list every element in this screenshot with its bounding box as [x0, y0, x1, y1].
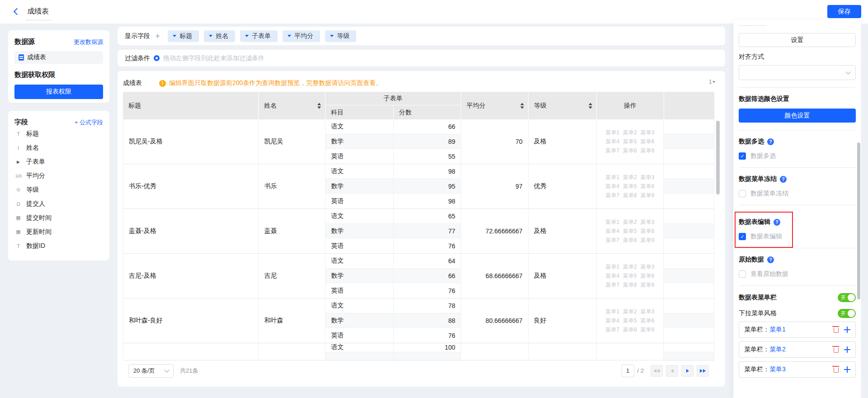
trash-icon[interactable]	[834, 368, 839, 373]
cell-name[interactable]: 凯尼吴	[259, 119, 326, 164]
op-menu-link[interactable]: 菜单9	[641, 281, 655, 289]
multi-select-checkbox-row[interactable]: ✓ 数据多选	[739, 152, 856, 160]
help-icon[interactable]: ?	[780, 176, 787, 183]
chevron-down-icon[interactable]	[288, 35, 291, 37]
field-item-submit-time[interactable]: ▦提交时间	[14, 211, 103, 225]
cell-score[interactable]: 64	[394, 254, 461, 268]
op-menu-link[interactable]: 菜单1	[605, 218, 619, 226]
cell-title[interactable]: 吉尼-及格	[123, 254, 259, 298]
next-page-button[interactable]	[681, 365, 693, 377]
op-menu-link[interactable]: 菜单4	[605, 183, 619, 190]
sort-icon[interactable]	[520, 103, 524, 109]
cell-subject[interactable]: 英语	[326, 283, 394, 298]
cell-score[interactable]: 100	[394, 343, 461, 352]
page-number-input[interactable]: 1	[622, 365, 634, 377]
back-icon[interactable]	[14, 8, 21, 15]
trash-icon[interactable]	[834, 328, 839, 333]
cell-score[interactable]: 66	[394, 269, 461, 283]
cell-score[interactable]: 76	[394, 283, 461, 298]
align-select[interactable]	[739, 65, 856, 80]
color-settings-button[interactable]: 颜色设置	[739, 109, 856, 123]
op-menu-link[interactable]: 菜单8	[623, 192, 637, 199]
menu-bar-item[interactable]: 菜单栏： 菜单1	[739, 322, 856, 338]
cell-score[interactable]: 55	[394, 149, 461, 164]
cell-name[interactable]	[259, 343, 326, 361]
op-menu-link[interactable]: 菜单4	[605, 317, 619, 325]
op-menu-link[interactable]: 菜单7	[605, 281, 619, 289]
field-tag-average[interactable]: 平均分	[283, 30, 320, 42]
op-menu-link[interactable]: 菜单5	[623, 183, 637, 190]
checkbox-unchecked[interactable]	[739, 270, 746, 278]
cell-subject[interactable]: 语文	[326, 119, 394, 134]
cell-name[interactable]: 书乐	[259, 164, 326, 208]
chevron-down-icon[interactable]	[209, 35, 212, 37]
op-menu-link[interactable]: 菜单3	[641, 263, 655, 271]
table-scrollbar[interactable]	[716, 121, 720, 194]
checkbox-unchecked[interactable]	[739, 190, 746, 197]
op-menu-link[interactable]: 菜单9	[641, 192, 655, 199]
op-menu-link[interactable]: 菜单3	[641, 174, 655, 181]
field-tag-title[interactable]: 标题	[168, 30, 199, 42]
menu-freeze-checkbox-row[interactable]: 数据菜单冻结	[739, 190, 856, 198]
cell-subject[interactable]: 数学	[326, 224, 394, 238]
trash-icon[interactable]	[834, 348, 839, 353]
cell-grade[interactable]: 及格	[528, 254, 597, 298]
cell-score[interactable]: 76	[394, 328, 461, 343]
cell-subject[interactable]: 数学	[326, 313, 394, 328]
chevron-down-icon[interactable]	[173, 35, 176, 37]
op-menu-link[interactable]: 菜单5	[623, 138, 637, 146]
chevron-down-icon[interactable]	[245, 35, 249, 37]
op-menu-link[interactable]: 菜单8	[623, 326, 637, 334]
op-menu-link[interactable]: 菜单1	[605, 129, 619, 137]
cell-grade[interactable]: 及格	[528, 209, 597, 253]
field-tag-name[interactable]: 姓名	[204, 30, 235, 42]
sort-order-icon[interactable]: 1	[709, 78, 715, 85]
move-icon[interactable]	[844, 346, 850, 353]
op-menu-link[interactable]: 菜单4	[605, 227, 619, 235]
dropdown-style-toggle[interactable]: 开	[838, 309, 856, 318]
help-icon[interactable]: ?	[767, 138, 774, 145]
op-menu-link[interactable]: 菜单8	[623, 281, 637, 289]
field-item-title[interactable]: T标题	[14, 127, 103, 141]
cell-subject[interactable]: 语文	[326, 343, 394, 352]
cell-subject[interactable]: 数学	[326, 269, 394, 283]
cell-average[interactable]	[461, 343, 528, 361]
field-item-grade[interactable]: ⊙等级	[14, 183, 103, 197]
op-menu-link[interactable]: 菜单8	[623, 237, 637, 244]
cell-grade[interactable]: 良好	[528, 298, 597, 343]
menu-bar-item[interactable]: 菜单栏： 菜单2	[739, 341, 856, 358]
field-tag-subform[interactable]: 子表单	[240, 30, 278, 42]
cell-average[interactable]: 80.66666667	[461, 298, 528, 343]
cell-average[interactable]: 72.66666667	[461, 209, 528, 253]
cell-score[interactable]: 65	[394, 209, 461, 223]
checkbox-checked[interactable]: ✓	[739, 152, 746, 160]
cell-score[interactable]: 78	[394, 298, 461, 313]
cell-title[interactable]: 凯尼吴-及格	[123, 119, 259, 164]
cell-title[interactable]: 书乐-优秀	[123, 164, 259, 208]
cell-name[interactable]: 盖聂	[259, 209, 326, 253]
op-menu-link[interactable]: 菜单4	[605, 272, 619, 280]
op-menu-link[interactable]: 菜单9	[641, 147, 655, 155]
op-menu-link[interactable]: 菜单8	[623, 147, 637, 155]
cell-average[interactable]: 70	[461, 119, 528, 164]
settings-scrollbar[interactable]	[857, 142, 860, 299]
cell-score[interactable]: 66	[394, 119, 461, 134]
cell-subject[interactable]: 语文	[326, 298, 394, 313]
cell-score[interactable]: 76	[394, 238, 461, 253]
cell-grade[interactable]: 优秀	[528, 164, 597, 208]
op-menu-link[interactable]: 菜单7	[605, 326, 619, 334]
cell-grade[interactable]: 及格	[528, 119, 597, 164]
op-menu-link[interactable]: 菜单3	[641, 308, 655, 316]
raw-data-checkbox-row[interactable]: 查看原始数据	[739, 270, 856, 278]
op-menu-link[interactable]: 菜单6	[641, 183, 655, 190]
settings-button[interactable]: 设置	[739, 33, 856, 47]
sort-icon[interactable]	[317, 103, 321, 109]
cell-subject[interactable]: 数学	[326, 179, 394, 194]
field-item-subform[interactable]: ▶子表单	[14, 155, 103, 169]
cell-score[interactable]: 98	[394, 194, 461, 208]
cell-subject[interactable]: 英语	[326, 328, 394, 343]
menu-item-link[interactable]: 菜单1	[769, 326, 786, 334]
field-item-data-id[interactable]: T数据ID	[14, 239, 103, 253]
table-edit-checkbox-row[interactable]: ✓ 数据表编辑	[739, 232, 856, 241]
op-menu-link[interactable]: 菜单2	[623, 174, 637, 181]
